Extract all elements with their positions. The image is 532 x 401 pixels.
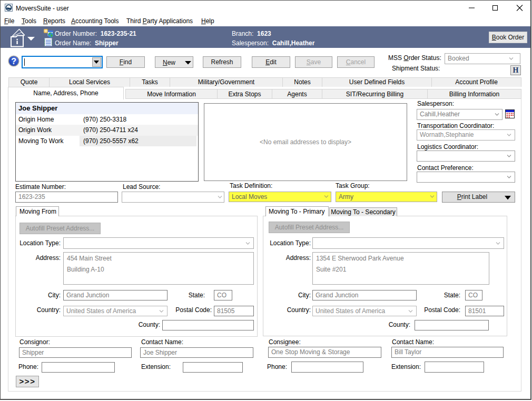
svg-text:?: ? — [11, 57, 16, 66]
